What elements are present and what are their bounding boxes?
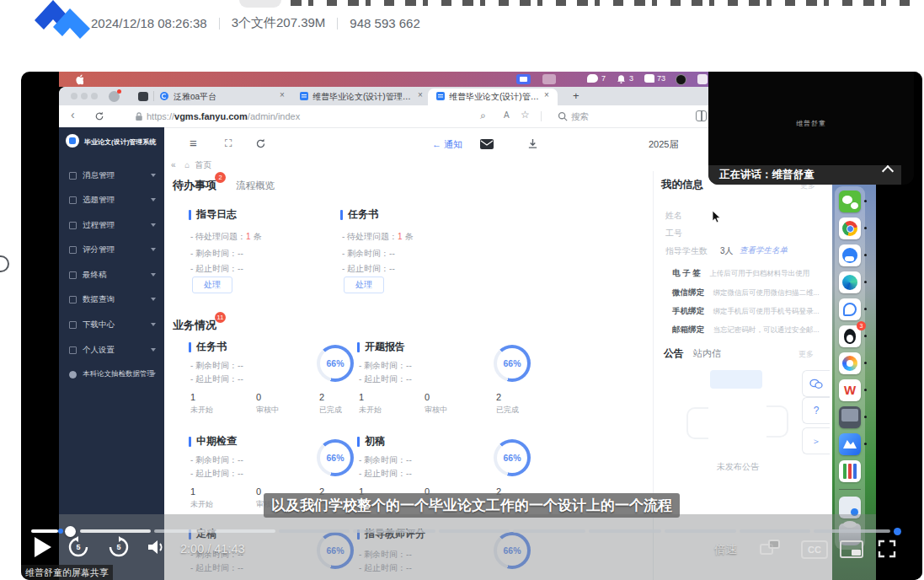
menu-label: 数据查询 — [83, 294, 115, 305]
do-not-disturb-icon[interactable] — [676, 74, 686, 85]
forward-5-button[interactable]: 5 — [108, 536, 130, 558]
sidebar-item-messages[interactable]: 消息管理 — [59, 166, 164, 185]
volume-button[interactable] — [147, 539, 167, 559]
seek-playhead[interactable] — [65, 526, 76, 537]
progress-segment[interactable] — [814, 529, 890, 533]
play-button[interactable] — [35, 537, 51, 557]
inbox-tab[interactable]: 站内信 — [693, 347, 721, 360]
dock-wechat-icon[interactable] — [839, 191, 861, 212]
tab1-title[interactable]: 泛雅oa平台 — [174, 91, 266, 103]
chat-bubbles-icon[interactable] — [587, 74, 598, 83]
notice-more-link[interactable]: 更多 — [798, 349, 814, 360]
lock-icon[interactable] — [135, 111, 143, 121]
download-icon[interactable] — [527, 138, 538, 149]
rewind-5-button[interactable]: 5 — [67, 536, 89, 558]
expand-icon[interactable]: ⛶ — [225, 137, 232, 149]
dock-qq-browser-icon[interactable] — [839, 244, 861, 266]
search-label[interactable]: 搜索 — [571, 111, 589, 123]
screenshare-indicator-inner — [520, 77, 527, 82]
screen-switch-button[interactable] — [760, 540, 780, 560]
search-icon[interactable] — [558, 111, 568, 121]
seek-marker-dot[interactable] — [58, 529, 63, 534]
comment-count-icon[interactable] — [644, 74, 654, 83]
page-zoom-icon[interactable]: ⌕ — [480, 110, 486, 121]
progress-segment[interactable] — [589, 529, 661, 533]
sidebar-item-spot-check[interactable]: 本科论文抽检数据管理 — [59, 365, 164, 384]
window-minimize-button[interactable] — [81, 93, 88, 99]
students-link[interactable]: 查看学生名单 — [740, 245, 788, 256]
dock-docs-icon[interactable] — [839, 352, 861, 374]
binding-label: 微信绑定 — [672, 287, 704, 297]
sidebar-item-final[interactable]: 最终稿 — [59, 266, 164, 284]
sidebar-item-downloads[interactable]: 下载中心 — [59, 315, 164, 334]
todo-title[interactable]: 待办事项 — [173, 178, 216, 193]
url-path: /admin/index — [248, 111, 300, 121]
sidebar-item-settings[interactable]: 个人设置 — [59, 341, 164, 359]
caret-down-icon — [151, 373, 156, 376]
font-size-icon[interactable]: A — [504, 110, 510, 120]
seek-segments[interactable] — [80, 529, 890, 533]
help-button[interactable]: ? — [802, 397, 830, 424]
meeting-files[interactable]: 3个文件207.39M — [232, 15, 326, 31]
sidebar-item-data-query[interactable]: 数据查询 — [59, 290, 164, 309]
envelope-icon[interactable] — [480, 139, 494, 149]
flow-overview-tab[interactable]: 流程概览 — [236, 180, 275, 192]
speaker-video-window[interactable]: 维普舒童 正在讲话：维普舒童 — [708, 72, 914, 185]
address-bar[interactable]: https://vgms.fanyu.com/admin/index — [147, 111, 300, 121]
feedback-button[interactable] — [802, 370, 830, 397]
progress-segment[interactable] — [80, 529, 151, 533]
collapse-icon[interactable]: « — [171, 160, 176, 169]
announce-tab[interactable]: 公告 — [664, 346, 684, 361]
tab2-close-icon[interactable]: × — [418, 90, 423, 99]
tab3-title[interactable]: 维普毕业论文(设计)管理系统 — [449, 91, 540, 103]
progress-segment[interactable] — [665, 529, 736, 533]
progress-segment[interactable] — [439, 529, 510, 533]
progress-segment[interactable] — [740, 529, 810, 533]
progress-segment[interactable] — [154, 529, 275, 533]
progress-segment[interactable] — [353, 529, 435, 533]
empty-illustration-arc — [766, 405, 788, 438]
window-zoom-button[interactable] — [91, 93, 98, 99]
handle-button[interactable]: 处理 — [192, 277, 232, 293]
dock-edge-icon[interactable] — [839, 271, 861, 293]
dock-messages-icon[interactable] — [839, 298, 861, 320]
star-icon[interactable]: ☆ — [521, 109, 530, 121]
window-close-button[interactable] — [71, 93, 77, 99]
tab2-title[interactable]: 维普毕业论文(设计)管理系统 — [312, 91, 412, 103]
bell-icon[interactable] — [617, 74, 626, 84]
dock-chrome-ic on[interactable] — [839, 218, 861, 239]
tab1-close-icon[interactable]: × — [280, 90, 285, 99]
sidebar-item-scoring[interactable]: 评分管理 — [59, 240, 164, 259]
menubar-app-icon[interactable] — [542, 74, 556, 84]
pip-button[interactable] — [840, 540, 863, 558]
page-refresh-icon[interactable] — [255, 138, 266, 149]
back-icon[interactable]: ‹ — [71, 108, 75, 121]
dock-tencent-meeting-icon[interactable] — [839, 433, 861, 455]
breadcrumb-home[interactable]: 首页 — [195, 160, 211, 169]
year-selector[interactable]: 2025届 — [649, 138, 678, 151]
speed-button[interactable]: 倍速 — [714, 542, 737, 557]
progress-segment[interactable] — [279, 529, 350, 533]
menubar-app-icon-2[interactable] — [697, 74, 708, 84]
seek-end-dot[interactable] — [894, 528, 901, 535]
handle-button[interactable]: 处理 — [344, 277, 384, 293]
dock-wps-icon[interactable]: W — [839, 379, 861, 401]
cc-button[interactable]: CC — [801, 540, 828, 559]
progress-segment[interactable] — [513, 529, 585, 533]
back-to-notice-link[interactable]: ← 通知 — [432, 138, 462, 151]
dock-qq-icon[interactable]: 3 — [839, 325, 861, 347]
tab3-close-icon[interactable]: × — [544, 90, 549, 99]
seek-bar[interactable] — [21, 524, 922, 537]
collapse-panel-button[interactable]: ＞ — [802, 427, 830, 454]
dock-library-icon[interactable] — [839, 460, 861, 482]
sidebar-toggle-icon[interactable] — [138, 92, 148, 101]
menu-icon — [69, 246, 77, 254]
sidebar-item-topics[interactable]: 选题管理 — [59, 191, 164, 209]
refresh-icon[interactable] — [94, 111, 104, 121]
new-tab-icon[interactable]: + — [573, 89, 580, 102]
video-player[interactable]: 7 3 73 泛雅oa平台 × — [21, 72, 922, 580]
sidebar-item-process[interactable]: 过程管理 — [59, 216, 164, 234]
hamburger-icon[interactable]: ≡ — [190, 136, 197, 150]
dock-preview-icon[interactable] — [839, 406, 861, 428]
fullscreen-button[interactable] — [877, 539, 897, 562]
